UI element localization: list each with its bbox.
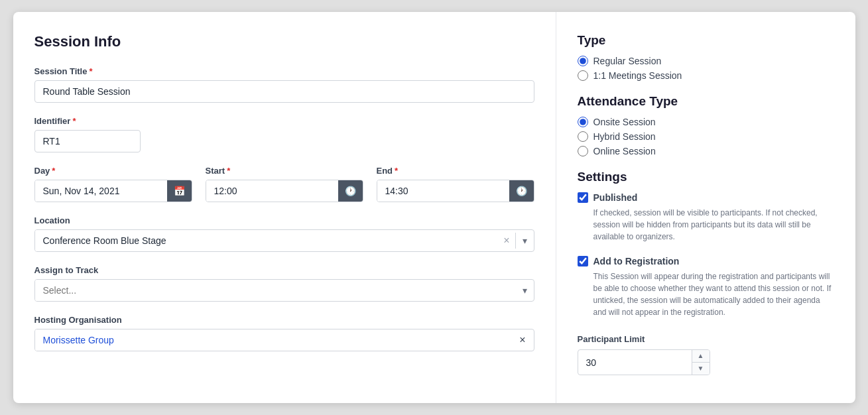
session-info-title: Session Info	[34, 33, 534, 50]
required-star-day: *	[52, 166, 55, 176]
main-card: Session Info Session Title * Identifier …	[13, 12, 855, 403]
end-clock-icon: 🕐	[516, 186, 527, 196]
location-group: Location × ▾	[34, 215, 534, 252]
org-input-container: ×	[34, 329, 534, 351]
end-clock-icon-btn[interactable]: 🕐	[509, 180, 534, 202]
participant-limit-label: Participant Limit	[578, 334, 834, 344]
start-clock-icon-btn[interactable]: 🕐	[338, 180, 363, 202]
published-checkbox[interactable]	[578, 192, 588, 203]
datetime-row: Day * 📅 Start * 🕐	[34, 166, 534, 202]
spinner-up-btn[interactable]: ▲	[692, 350, 710, 363]
location-dropdown-btn[interactable]: ▾	[516, 235, 534, 246]
attendance-online-option: Online Session	[578, 146, 834, 156]
required-star-start: *	[227, 166, 230, 176]
attendance-title: Attendance Type	[578, 94, 834, 109]
session-title-group: Session Title *	[34, 66, 534, 103]
settings-title: Settings	[578, 170, 834, 184]
registration-label: Add to Registration	[593, 256, 680, 267]
attendance-section: Attendance Type Onsite Session Hybrid Se…	[578, 94, 834, 156]
day-input[interactable]	[35, 180, 167, 202]
attendance-onsite-radio[interactable]	[578, 117, 588, 127]
start-input-container: 🕐	[206, 180, 363, 202]
session-title-label: Session Title *	[34, 66, 534, 76]
track-select-input[interactable]	[35, 280, 516, 301]
attendance-hybrid-radio[interactable]	[578, 131, 588, 142]
right-panel: Type Regular Session 1:1 Meetings Sessio…	[556, 12, 855, 403]
type-regular-label: Regular Session	[593, 56, 662, 66]
required-star-end: *	[395, 166, 398, 176]
track-dropdown-btn[interactable]: ▾	[516, 285, 534, 296]
track-label: Assign to Track	[34, 265, 534, 275]
location-label: Location	[34, 215, 534, 225]
type-section: Type Regular Session 1:1 Meetings Sessio…	[578, 33, 834, 81]
type-title: Type	[578, 33, 834, 48]
end-input-container: 🕐	[377, 180, 534, 202]
org-input[interactable]	[35, 329, 512, 351]
day-field: Day * 📅	[34, 166, 192, 202]
attendance-hybrid-label: Hybrid Session	[593, 131, 656, 142]
participant-limit-section: Participant Limit ▲ ▼	[578, 334, 834, 375]
start-field: Start * 🕐	[206, 166, 363, 202]
calendar-icon-btn[interactable]: 📅	[167, 180, 192, 202]
type-regular-radio[interactable]	[578, 56, 588, 66]
attendance-onsite-label: Onsite Session	[593, 117, 656, 127]
identifier-group: Identifier *	[34, 116, 534, 152]
org-label: Hosting Organisation	[34, 315, 534, 325]
attendance-online-label: Online Session	[593, 146, 656, 156]
track-select-container: ▾	[34, 279, 534, 302]
calendar-icon: 📅	[174, 186, 185, 196]
start-input[interactable]	[206, 180, 338, 202]
registration-item: Add to Registration	[578, 256, 834, 267]
attendance-online-radio[interactable]	[578, 146, 588, 156]
track-group: Assign to Track ▾	[34, 265, 534, 302]
end-input[interactable]	[377, 180, 509, 202]
session-title-input[interactable]	[34, 80, 534, 103]
day-label: Day *	[34, 166, 192, 176]
end-field: End * 🕐	[377, 166, 534, 202]
spinner-buttons: ▲ ▼	[692, 350, 710, 375]
registration-group: Add to Registration This Session will ap…	[578, 256, 834, 318]
day-input-container: 📅	[34, 180, 192, 202]
location-clear-btn[interactable]: ×	[498, 235, 515, 247]
spinner-down-btn[interactable]: ▼	[692, 363, 710, 375]
type-meetings-label: 1:1 Meetings Session	[593, 70, 682, 81]
identifier-label: Identifier *	[34, 116, 534, 126]
identifier-input[interactable]	[34, 130, 141, 152]
type-regular-option: Regular Session	[578, 56, 834, 66]
required-star: *	[89, 66, 92, 76]
attendance-hybrid-option: Hybrid Session	[578, 131, 834, 142]
type-meetings-radio[interactable]	[578, 70, 588, 81]
location-input-container: × ▾	[34, 229, 534, 252]
org-group: Hosting Organisation ×	[34, 315, 534, 351]
end-label: End *	[377, 166, 534, 176]
attendance-onsite-option: Onsite Session	[578, 117, 834, 127]
location-input[interactable]	[35, 230, 499, 251]
published-group: Published If checked, session will be vi…	[578, 192, 834, 243]
registration-checkbox[interactable]	[578, 256, 588, 267]
clock-icon: 🕐	[345, 186, 356, 196]
participant-limit-container: ▲ ▼	[578, 349, 710, 375]
published-description: If checked, session will be visible to p…	[593, 207, 834, 243]
published-item: Published	[578, 192, 834, 203]
start-label: Start *	[206, 166, 363, 176]
participant-limit-input[interactable]	[578, 352, 692, 373]
settings-section: Settings Published If checked, session w…	[578, 170, 834, 318]
published-label: Published	[593, 192, 638, 203]
type-meetings-option: 1:1 Meetings Session	[578, 70, 834, 81]
left-panel: Session Info Session Title * Identifier …	[13, 12, 556, 403]
org-clear-btn[interactable]: ×	[511, 334, 533, 346]
required-star-2: *	[72, 116, 76, 126]
registration-description: This Session will appear during the regi…	[593, 270, 834, 318]
